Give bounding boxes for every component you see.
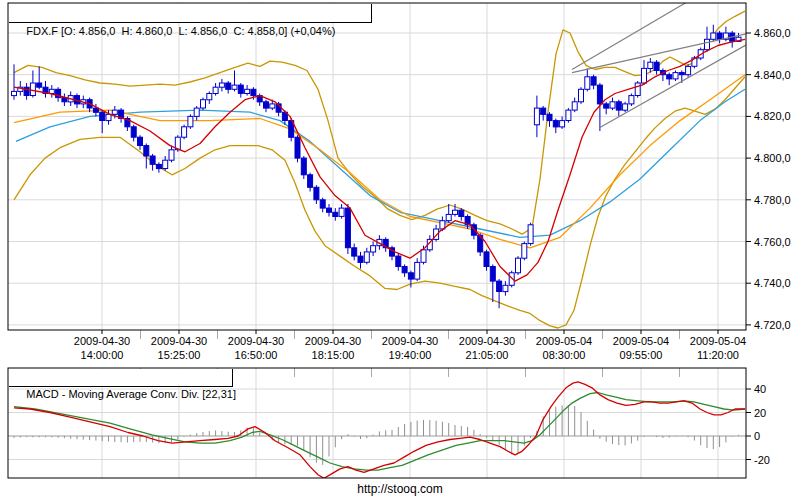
x-tick-time-label: 09:55:00 (620, 349, 663, 361)
candle-body (106, 114, 111, 120)
macd-tick-label: 40 (754, 383, 766, 395)
candle-body (597, 85, 602, 104)
x-tick-time-label: 19:40:00 (389, 349, 432, 361)
chart-title-box: FDX.F [O: 4.856,0 H: 4.860,0 L: 4.856,0 … (9, 4, 372, 23)
candle-body (93, 108, 98, 112)
candle-body (207, 94, 212, 100)
price-tick-label: 4.720,0 (754, 319, 791, 331)
candle-body (642, 68, 647, 83)
candle-body (635, 83, 640, 96)
x-tick-time-label: 15:25:00 (158, 349, 201, 361)
candle-body (560, 121, 565, 127)
x-tick-date-label: 2009-05-04 (613, 335, 669, 347)
x-tick-date-label: 2009-04-30 (305, 335, 361, 347)
macd-tick-label: 20 (754, 407, 766, 419)
stooq-chart-page: 4.860,04.840,04.820,04.800,04.780,04.760… (0, 0, 800, 500)
candle-body (402, 267, 407, 273)
candle-body (572, 102, 577, 110)
trendline (572, 33, 750, 73)
candle-body (648, 62, 653, 68)
candle-body (320, 200, 325, 208)
x-tick-time-label: 11:20:00 (697, 349, 739, 361)
candle-body (144, 146, 149, 156)
candle-body (138, 137, 143, 145)
price-tick-label: 4.740,0 (754, 277, 791, 289)
candle-body (629, 96, 634, 104)
candle-body (667, 75, 672, 79)
candle-body (623, 104, 628, 110)
price-tick-label: 4.800,0 (754, 152, 791, 164)
candle-body (339, 208, 344, 216)
candle-body (591, 77, 596, 85)
candle-body (352, 248, 357, 256)
candle-body (232, 85, 237, 89)
candle-body (112, 110, 117, 114)
macd-tick-label: 0 (754, 430, 760, 442)
candle-body (711, 33, 716, 39)
candle-body (421, 250, 426, 262)
candle-body (686, 66, 691, 74)
candle-body (717, 33, 722, 39)
candle-body (396, 256, 401, 266)
candle-body (345, 208, 350, 248)
candle-body (295, 137, 300, 158)
price-tick-label: 4.860,0 (754, 27, 791, 39)
candle-body (371, 246, 376, 252)
x-tick-time-label: 18:15:00 (312, 349, 355, 361)
candle-body (131, 127, 136, 137)
candle-body (219, 83, 224, 87)
ma-medium-orange-line (14, 75, 745, 248)
candle-body (679, 73, 684, 75)
candle-body (308, 175, 313, 188)
candle-body (201, 100, 206, 108)
candle-body (358, 256, 363, 262)
price-tick-label: 4.760,0 (754, 236, 791, 248)
candle-body (169, 150, 174, 160)
candle-body (156, 164, 161, 168)
x-tick-date-label: 2009-04-30 (151, 335, 207, 347)
price-tick-label: 4.780,0 (754, 194, 791, 206)
candle-body (194, 108, 199, 116)
x-tick-time-label: 16:50:00 (235, 349, 278, 361)
candle-body (163, 160, 168, 168)
candle-body (516, 258, 521, 273)
candle-body (213, 87, 218, 93)
candle-body (654, 62, 659, 70)
trendline (599, 43, 750, 128)
candle-body (301, 158, 306, 175)
candle-body (541, 108, 546, 114)
chart-title: FDX.F [O: 4.856,0 H: 4.860,0 L: 4.856,0 … (26, 25, 335, 37)
candle-body (408, 273, 413, 279)
candle-body (245, 89, 250, 93)
x-tick-date-label: 2009-04-30 (382, 335, 438, 347)
price-tick-label: 4.840,0 (754, 69, 791, 81)
candle-body (314, 187, 319, 200)
price-tick-label: 4.820,0 (754, 110, 791, 122)
candle-body (188, 116, 193, 126)
macd-title: MACD - Moving Average Conv. Div. [22,31] (26, 388, 236, 400)
candle-body (585, 77, 590, 90)
candle-body (705, 39, 710, 49)
candle-body (522, 244, 527, 259)
candle-body (453, 210, 458, 214)
candle-body (528, 225, 533, 244)
candle-body (459, 210, 464, 216)
candle-body (12, 91, 17, 95)
candle-body (566, 110, 571, 120)
candle-body (364, 252, 369, 262)
candle-body (610, 102, 615, 108)
macd-title-box: MACD - Moving Average Conv. Div. [22,31] (9, 369, 233, 387)
candle-body (579, 89, 584, 102)
candle-body (150, 156, 155, 164)
candle-body (415, 262, 420, 279)
candle-body (673, 73, 678, 79)
candle-body (270, 104, 275, 108)
macd-tick-label: -20 (754, 454, 770, 466)
candle-body (264, 102, 269, 108)
candle-body (37, 83, 42, 87)
candle-body (333, 212, 338, 216)
candle-body (238, 85, 243, 93)
footer-url: http://stooq.com (0, 482, 800, 496)
x-tick-time-label: 14:00:00 (81, 349, 124, 361)
candle-body (327, 208, 332, 212)
